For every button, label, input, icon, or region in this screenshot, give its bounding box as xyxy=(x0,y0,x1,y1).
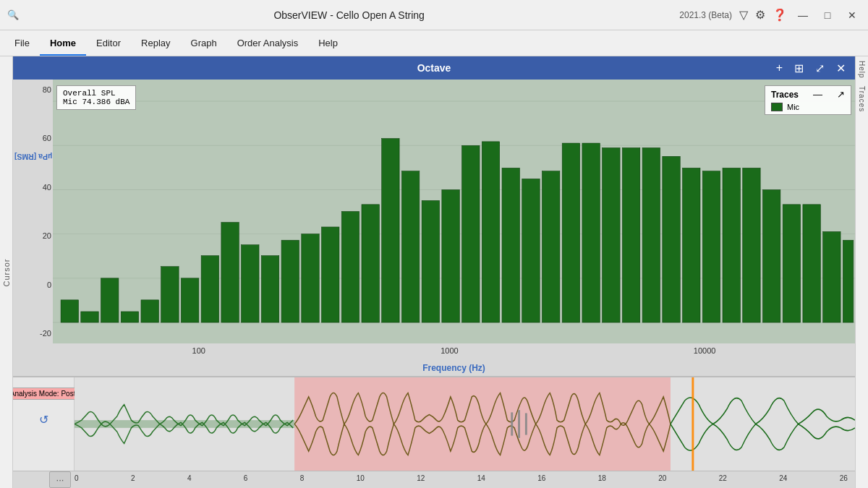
y-axis-ticks: 80 60 40 20 0 -20 xyxy=(27,80,53,343)
svg-rect-7 xyxy=(61,300,78,322)
traces-side-label: Traces xyxy=(858,79,866,112)
title-bar-controls: 2021.3 (Beta) ▽ ⚙ ❓ — □ ✕ xyxy=(679,7,861,24)
tick-26: 26 xyxy=(840,474,848,482)
waveform-panel: Analysis Mode: Post process ↺ xyxy=(13,376,855,488)
cursor-panel: Cursor xyxy=(0,56,13,488)
menu-item-editor[interactable]: Editor xyxy=(86,30,131,56)
svg-rect-45 xyxy=(823,231,841,322)
svg-rect-15 xyxy=(221,223,239,322)
menu-item-replay[interactable]: Replay xyxy=(131,30,180,56)
waveform-row: Analysis Mode: Post process ↺ xyxy=(13,377,855,471)
x-axis: 100 1000 10000 Frequency (Hz) xyxy=(53,343,855,376)
tick-6: 6 xyxy=(244,474,248,482)
info-box: Overall SPL Mic 74.386 dBA xyxy=(56,85,136,110)
waveform-canvas xyxy=(75,377,855,471)
menu-item-file[interactable]: File xyxy=(4,30,40,56)
graph-main: Overall SPL Mic 74.386 dBA Frequency 211… xyxy=(53,80,855,343)
svg-rect-27 xyxy=(462,145,480,322)
settings-icon[interactable]: ⚙ xyxy=(755,8,765,22)
x-tick-10000: 10000 xyxy=(694,346,716,355)
svg-rect-17 xyxy=(261,256,278,322)
octave-header-controls: + ⊞ ⤢ ✕ xyxy=(773,60,849,77)
search-icon[interactable]: 🔍 xyxy=(7,9,19,20)
waveform-timeline: ··· 0 2 4 6 8 10 12 14 16 18 20 22 24 26 xyxy=(13,471,855,488)
svg-rect-36 xyxy=(642,147,660,322)
tick-18: 18 xyxy=(598,474,606,482)
close-graph-button[interactable]: ✕ xyxy=(833,60,849,77)
y-tick-neg20: -20 xyxy=(40,329,51,338)
help-panel: Help Traces xyxy=(855,56,868,488)
y-tick-40: 40 xyxy=(43,183,51,192)
menu-item-order-analysis[interactable]: Order Analysis xyxy=(227,30,309,56)
menu-item-graph[interactable]: Graph xyxy=(181,30,227,56)
grid-button[interactable]: ⊞ xyxy=(791,60,807,77)
svg-rect-48 xyxy=(294,377,671,471)
tick-10: 10 xyxy=(357,474,365,482)
menu-item-home[interactable]: Home xyxy=(40,30,86,56)
svg-rect-24 xyxy=(401,171,419,322)
tick-4: 4 xyxy=(187,474,192,482)
svg-rect-34 xyxy=(603,147,620,322)
svg-rect-14 xyxy=(201,256,218,322)
filter-icon[interactable]: ▽ xyxy=(739,8,748,22)
svg-rect-13 xyxy=(181,278,198,322)
svg-rect-37 xyxy=(663,156,680,322)
svg-rect-20 xyxy=(322,227,339,322)
x-tick-100: 100 xyxy=(192,346,205,355)
svg-rect-18 xyxy=(281,240,299,322)
help-icon[interactable]: ❓ xyxy=(773,8,787,22)
svg-rect-50 xyxy=(511,412,513,435)
traces-color-mic xyxy=(771,103,783,111)
svg-rect-32 xyxy=(562,143,579,322)
tick-16: 16 xyxy=(537,474,545,482)
svg-rect-40 xyxy=(723,168,740,322)
graph-panel: Octave + ⊞ ⤢ ✕ Pressure (dB - Ref: 20 µP… xyxy=(13,56,855,376)
svg-rect-25 xyxy=(422,200,439,322)
y-tick-0: 0 xyxy=(47,281,51,289)
tick-0: 0 xyxy=(75,474,79,482)
timeline-ticks: 0 2 4 6 8 10 12 14 16 18 20 22 24 26 xyxy=(75,474,848,482)
close-button[interactable]: ✕ xyxy=(843,7,861,24)
waveform-controls: Analysis Mode: Post process ↺ xyxy=(13,377,75,471)
svg-rect-23 xyxy=(382,139,399,322)
maximize-button[interactable]: □ xyxy=(819,7,836,24)
svg-rect-29 xyxy=(502,168,519,322)
y-tick-20: 20 xyxy=(43,231,51,240)
workspace: Octave + ⊞ ⤢ ✕ Pressure (dB - Ref: 20 µP… xyxy=(13,56,855,488)
traces-minimize-button[interactable]: — xyxy=(813,89,822,100)
svg-rect-22 xyxy=(362,205,379,322)
graph-title: Octave xyxy=(417,62,451,74)
menu-bar: File Home Editor Replay Graph Order Anal… xyxy=(0,30,868,56)
x-axis-spacer xyxy=(13,343,53,376)
title-bar-left: 🔍 xyxy=(7,9,19,20)
version-label: 2021.3 (Beta) xyxy=(679,10,732,20)
svg-rect-31 xyxy=(542,171,559,322)
x-tick-1000: 1000 xyxy=(441,346,458,355)
svg-rect-28 xyxy=(482,142,499,322)
svg-rect-26 xyxy=(442,189,459,322)
svg-rect-39 xyxy=(702,171,720,322)
waveform-svg xyxy=(75,377,855,471)
waveform-options-button[interactable]: ··· xyxy=(49,471,71,488)
svg-rect-52 xyxy=(525,413,527,435)
svg-rect-19 xyxy=(302,234,319,322)
y-tick-60: 60 xyxy=(43,134,51,142)
y-axis: Pressure (dB - Ref: 20 µPa [RMS] 80 60 4… xyxy=(13,80,53,343)
tick-8: 8 xyxy=(300,474,305,482)
expand-button[interactable]: ⤢ xyxy=(812,60,828,77)
replay-button[interactable]: ↺ xyxy=(33,409,54,429)
menu-item-help[interactable]: Help xyxy=(308,30,348,56)
info-line1: Overall SPL xyxy=(63,89,129,98)
tick-22: 22 xyxy=(719,474,727,482)
traces-expand-button[interactable]: ↗ xyxy=(837,89,845,100)
svg-rect-41 xyxy=(743,168,760,322)
svg-rect-51 xyxy=(518,410,520,438)
svg-rect-8 xyxy=(81,312,98,322)
svg-rect-44 xyxy=(803,205,820,322)
svg-rect-12 xyxy=(161,267,179,322)
traces-legend-header: Traces — ↗ xyxy=(771,89,845,100)
add-trace-button[interactable]: + xyxy=(773,60,786,76)
minimize-button[interactable]: — xyxy=(794,7,812,24)
graph-area: Pressure (dB - Ref: 20 µPa [RMS] 80 60 4… xyxy=(13,80,855,343)
svg-rect-35 xyxy=(622,147,639,322)
